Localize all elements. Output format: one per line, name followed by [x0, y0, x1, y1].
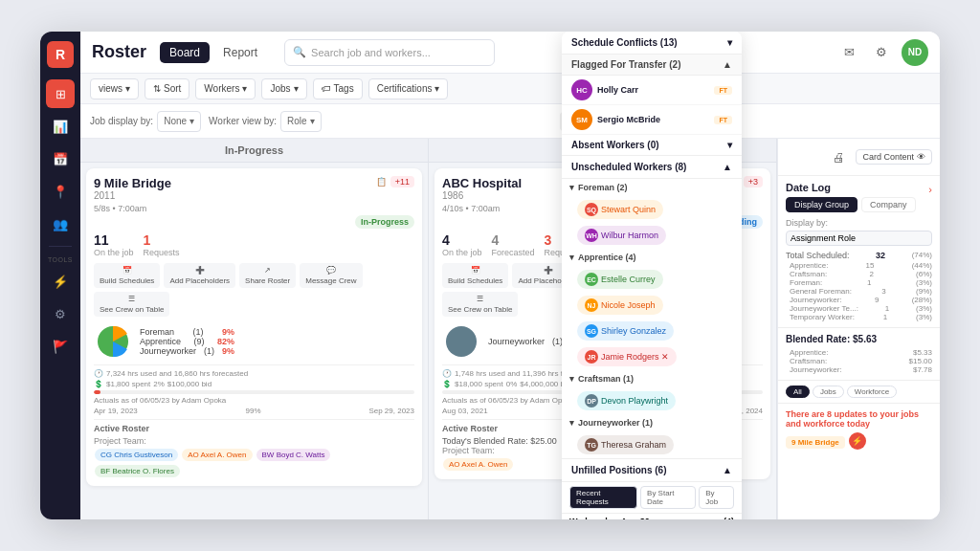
sidebar-icon-location[interactable]: 📍: [46, 177, 75, 206]
jw-collapse-icon: ▾: [569, 418, 574, 428]
views-filter-btn[interactable]: views ▾: [90, 78, 139, 99]
frs-display-by-select[interactable]: Assignment Role: [786, 231, 932, 246]
unfilled-header: Unfilled Positions (6) ▲: [562, 459, 742, 482]
frs-all-tab-all[interactable]: All: [786, 386, 810, 398]
share-roster-label: Share Roster: [245, 276, 290, 285]
sidebar-icon-settings[interactable]: ⚙: [46, 299, 75, 328]
job2-see-crew-btn[interactable]: ☰ See Crew on Table: [442, 292, 518, 317]
add-placeholders-label: Add Placeholders: [169, 276, 230, 285]
craftsman-collapse-icon: ▾: [569, 374, 574, 384]
job1-bid: $100,000 bid: [167, 380, 212, 388]
absent-chevron-icon[interactable]: ▾: [727, 140, 732, 150]
sidebar-divider: [49, 246, 72, 247]
unfilled-tab-recent[interactable]: Recent Requests: [569, 486, 637, 509]
sidebar-icon-people[interactable]: 👥: [46, 209, 75, 238]
date-log-arrow-icon[interactable]: ›: [928, 184, 932, 195]
clock-icon2: 🕐: [442, 369, 452, 378]
worker-view-selector: Worker view by: Role ▾: [209, 111, 322, 132]
search-bar[interactable]: 🔍 Search job and workers...: [284, 39, 495, 66]
frs-stat-jw-te-pct: (3%): [916, 304, 932, 313]
frs-total-pct: (74%): [912, 251, 932, 260]
card-content-btn[interactable]: Card Content 👁: [856, 149, 932, 165]
frs-tab-display-group[interactable]: Display Group: [786, 197, 858, 212]
job2-spent: $18,000 spent: [455, 380, 503, 388]
frs-stat-temp-label: Temporary Worker:: [790, 313, 855, 321]
sidebar-icon-flag[interactable]: 🚩: [46, 332, 75, 361]
job2-build-schedules-btn[interactable]: 📅 Build Schedules: [442, 263, 508, 288]
sidebar-icon-grid[interactable]: ⊞: [46, 79, 75, 108]
dollar-icon: 💲: [94, 380, 103, 388]
sidebar-icon-lightning[interactable]: ⚡: [46, 267, 75, 296]
frs-tab-company[interactable]: Company: [861, 197, 916, 212]
frs-all-tab-jobs[interactable]: Jobs: [813, 386, 844, 398]
sidebar-icon-chart[interactable]: 📊: [46, 112, 75, 141]
update-bottom: 9 Mile Bridge ⚡: [786, 432, 932, 450]
foreman-chips: SQ Stewart Quinn WH Wilbur Harmon: [569, 198, 734, 247]
worker-chip-jamie: JR Jamie Rodgers ✕: [577, 347, 677, 366]
job-display-select[interactable]: None ▾: [157, 111, 201, 132]
jobs-label: Jobs: [270, 83, 290, 94]
lightning-icon: ⚡: [849, 432, 866, 450]
job1-jw-pct: 9%: [222, 346, 234, 356]
job1-see-crew-btn[interactable]: ☰ See Crew on Table: [94, 292, 169, 317]
build-schedules-label: Build Schedules: [100, 276, 154, 285]
certifications-label: Certifications: [377, 83, 433, 94]
workers-chevron-icon: ▾: [242, 83, 247, 94]
certifications-filter-btn[interactable]: Certifications ▾: [368, 78, 449, 99]
tags-filter-btn[interactable]: 🏷 Tags: [313, 78, 363, 99]
unfilled-chevron-icon[interactable]: ▲: [723, 465, 732, 475]
worker-chip-stewart: SQ Stewart Quinn: [577, 200, 663, 219]
job2-id: 1986: [442, 190, 522, 201]
absent-title: Absent Workers (0): [571, 140, 659, 150]
nav-tabs: Board Report: [160, 42, 267, 63]
frs-stat-gen-foreman-label: General Foreman:: [790, 287, 852, 296]
frs-blended-rate: Blended Rate: $5.63: [786, 334, 932, 344]
job1-share-roster-btn[interactable]: ↗ Share Roster: [239, 263, 296, 288]
worker-chip-axel2: AO Axel A. Owen: [443, 458, 513, 471]
apprentice-group-header: ▾ Apprentice (4): [562, 249, 742, 266]
job1-spent: $1,800 spent: [106, 380, 150, 388]
see-crew-icon2: ☰: [477, 295, 483, 303]
sort-filter-btn[interactable]: ⇅ Sort: [145, 78, 189, 99]
left-sidebar: R ⊞ 📊 📅 📍 👥 TOOLS ⚡ ⚙ 🚩: [40, 32, 80, 519]
frs-all-tab-workforce[interactable]: Workforce: [847, 386, 897, 398]
frs-stat-jw-te-value: 1: [885, 304, 889, 313]
unscheduled-chevron-icon[interactable]: ▲: [723, 162, 732, 172]
unfilled-tab-start-date[interactable]: By Start Date: [640, 486, 696, 509]
search-icon: 🔍: [293, 46, 306, 58]
tab-board[interactable]: Board: [160, 42, 210, 63]
frs-stat-foreman: Foreman: 1 (3%): [790, 278, 932, 287]
date-bar: Job display by: None ▾ Worker view by: R…: [80, 104, 940, 139]
update-count: 8: [827, 409, 832, 419]
job1-on-job-label: On the job: [94, 248, 134, 257]
date-log-section: Date Log › Display Group Company Display…: [778, 176, 940, 328]
user-avatar[interactable]: ND: [902, 39, 928, 66]
sidebar-icon-calendar[interactable]: 📅: [46, 144, 75, 173]
workers-filter-btn[interactable]: Workers ▾: [195, 78, 256, 99]
frs-update-msg: There are 8 updates to your jobs and wor…: [778, 404, 940, 519]
frs-print-icon-btn[interactable]: 🖨: [826, 144, 851, 169]
frs-stat-apprentice: Apprentice: 15 (44%): [790, 261, 932, 270]
frs-total-value: 32: [876, 251, 885, 260]
worker-view-select[interactable]: Role ▾: [280, 111, 322, 132]
job1-add-placeholders-btn[interactable]: ➕ Add Placeholders: [164, 263, 235, 288]
job-card-9-mile: 9 Mile Bridge 2011 📋 +11 5/8s • 7:00am: [86, 168, 422, 486]
job1-build-schedules-btn[interactable]: 📅 Build Schedules: [94, 263, 160, 288]
job1-message-crew-btn[interactable]: 💬 Message Crew: [300, 263, 362, 288]
unfilled-tab-by-job[interactable]: By Job: [699, 486, 734, 509]
gear-icon-btn[interactable]: ⚙: [869, 40, 894, 65]
dollar-icon2: 💲: [442, 380, 452, 388]
foreman-group-header: ▾ Foreman (2): [562, 179, 742, 196]
foreman-group-label: Foreman (2): [578, 183, 628, 192]
sort-label: Sort: [164, 83, 181, 94]
top-bar-right: ✉ ⚙ ND: [836, 39, 928, 66]
stewart-icon: SQ: [585, 203, 598, 216]
job2-forecasted-count: 4: [492, 232, 535, 248]
tab-report[interactable]: Report: [213, 42, 267, 63]
job1-hrs: 🕐 7,324 hrs used and 16,860 hrs forecast…: [94, 369, 414, 378]
mail-icon-btn[interactable]: ✉: [836, 40, 861, 65]
jobs-filter-btn[interactable]: Jobs ▾: [261, 78, 306, 99]
job-link-9-mile[interactable]: 9 Mile Bridge: [786, 436, 845, 449]
frs-stat-gen-foreman-pct: (9%): [916, 287, 932, 296]
add-placeholders-icon2: ➕: [544, 266, 553, 275]
